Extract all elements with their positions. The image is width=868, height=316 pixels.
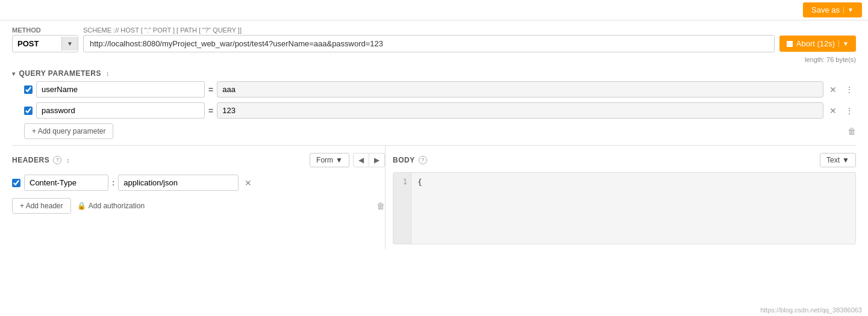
code-editor: 1 { [393,172,856,244]
sort-icon[interactable]: ↕ [106,70,110,77]
headers-title: HEADERS [12,156,49,164]
param-more-1[interactable]: ⋮ [843,105,856,117]
body-title-row: BODY ? Text ▼ [393,150,856,172]
form-label: Form [316,156,333,164]
param-delete-0[interactable]: ✕ [827,84,839,96]
body-title: BODY [393,156,415,164]
query-params-section: ▾ QUERY PARAMETERS ↕ = ✕ ⋮ = ✕ ⋮ + Add q… [12,66,856,139]
header-action-buttons: + Add header 🔒 Add authorization 🗑 [12,196,385,216]
param-value-0[interactable] [217,81,823,98]
method-label: METHOD [12,26,78,34]
query-params-label: QUERY PARAMETERS [19,69,101,78]
equals-sign-0: = [208,85,213,94]
url-input[interactable] [83,35,775,52]
header-value-0[interactable] [118,175,239,191]
headers-trash-button[interactable]: 🗑 [376,201,385,211]
url-label: SCHEME :// HOST [ ":" PORT ] [ PATH [ "?… [83,26,242,34]
top-bar: Save as ▼ [0,0,868,20]
body-panel: BODY ? Text ▼ 1 { [386,146,856,249]
param-checkbox-0[interactable] [24,85,33,94]
form-arrow: ▼ [336,156,343,164]
header-checkbox-0[interactable] [12,179,20,187]
body-help-icon: ? [419,156,427,164]
abort-label: Abort (12s) [796,39,835,48]
param-row-0: = ✕ ⋮ [12,81,856,98]
text-label: Text [826,156,840,164]
headers-title-row: HEADERS ? ↕ Form ▼ ◀ ▶ [12,150,385,172]
bottom-panels: HEADERS ? ↕ Form ▼ ◀ ▶ : [12,145,856,249]
headers-help-icon: ? [53,156,61,164]
param-key-1[interactable] [36,102,205,119]
save-dropdown-arrow[interactable]: ▼ [843,7,854,13]
main-container: METHOD SCHEME :// HOST [ ":" PORT ] [ PA… [0,20,868,255]
nav-next-button[interactable]: ▶ [369,153,385,167]
line-numbers: 1 [393,173,411,244]
equals-sign-1: = [208,106,213,116]
caret-icon: ▾ [12,70,16,77]
stop-icon [787,41,793,47]
headers-panel: HEADERS ? ↕ Form ▼ ◀ ▶ : [12,146,386,249]
code-content[interactable]: { [411,173,428,244]
form-dropdown-button[interactable]: Form ▼ [310,153,349,167]
text-arrow: ▼ [842,156,849,164]
url-row: POST GET PUT DELETE PATCH ▼ Abort (12s) … [12,35,856,52]
save-button[interactable]: Save as ▼ [803,2,862,17]
abort-button[interactable]: Abort (12s) ▼ [779,36,856,52]
colon-sep-0: : [112,178,114,187]
text-dropdown-button[interactable]: Text ▼ [820,153,856,167]
method-dropdown-button[interactable]: ▼ [61,37,78,51]
header-key-0[interactable] [24,175,108,191]
header-row-0: : ✕ [12,172,385,196]
param-more-0[interactable]: ⋮ [843,84,856,96]
method-select-wrap: POST GET PUT DELETE PATCH ▼ [12,35,78,52]
save-label: Save as [811,5,840,14]
add-param-label: + Add query parameter [32,127,105,135]
delete-params-section-button[interactable]: 🗑 [848,126,856,136]
add-param-button[interactable]: + Add query parameter [24,123,113,139]
length-info: length: 76 byte(s) [12,56,856,63]
header-delete-0[interactable]: ✕ [242,177,254,189]
panel-nav-buttons: ◀ ▶ [353,153,385,167]
param-value-1[interactable] [217,102,823,119]
param-key-0[interactable] [36,81,205,98]
lock-icon: 🔒 [77,202,86,210]
param-row-1: = ✕ ⋮ [12,102,856,119]
headers-sort-icon[interactable]: ↕ [66,156,70,164]
nav-prev-button[interactable]: ◀ [353,153,369,167]
param-checkbox-1[interactable] [24,107,33,115]
add-header-button[interactable]: + Add header [12,198,71,214]
abort-dropdown-arrow[interactable]: ▼ [838,40,849,47]
add-authorization-button[interactable]: 🔒 Add authorization [77,199,145,213]
add-auth-label: Add authorization [89,202,145,210]
query-params-header[interactable]: ▾ QUERY PARAMETERS ↕ [12,66,856,81]
line-number-1: 1 [397,178,407,186]
param-delete-1[interactable]: ✕ [827,105,839,117]
add-header-label: + Add header [20,202,63,210]
method-select[interactable]: POST GET PUT DELETE PATCH [13,36,61,52]
